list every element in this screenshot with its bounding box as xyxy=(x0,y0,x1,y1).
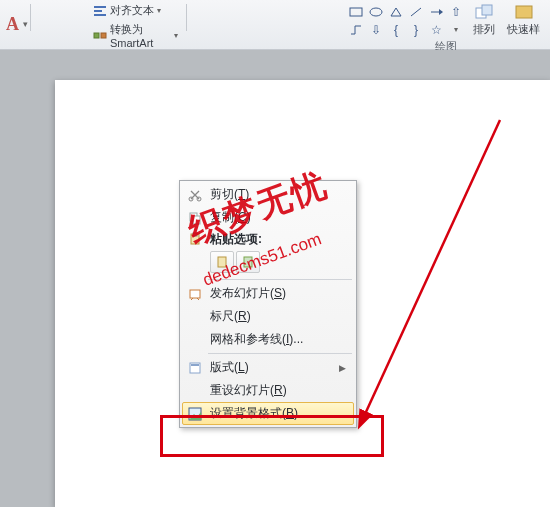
publish-icon xyxy=(184,285,206,303)
menu-copy-label: 复制(C) xyxy=(210,209,251,226)
quick-styles-button[interactable]: 快速样 xyxy=(503,2,544,39)
shape-star-icon[interactable]: ☆ xyxy=(427,22,445,38)
shape-brace-left-icon[interactable]: { xyxy=(387,22,405,38)
menu-reset-slide[interactable]: 重设幻灯片(R) xyxy=(182,379,354,402)
ruler-icon xyxy=(184,308,206,326)
submenu-arrow-icon: ▶ xyxy=(339,363,346,373)
paste-option-2[interactable] xyxy=(236,251,260,273)
align-text-button[interactable]: 对齐文本 ▾ xyxy=(91,2,180,19)
copy-icon xyxy=(184,209,206,227)
dropdown-icon[interactable]: ▾ xyxy=(23,19,28,29)
svg-rect-3 xyxy=(94,33,99,38)
arrange-label: 排列 xyxy=(473,22,495,37)
svg-point-6 xyxy=(370,8,382,16)
paste-option-1[interactable] xyxy=(210,251,234,273)
context-menu: 剪切(T) 复制(C) 粘贴选项: 发布幻灯片(S) 标尺(R) 网格和参考线(… xyxy=(179,180,357,428)
separator xyxy=(208,279,352,280)
align-text-label: 对齐文本 xyxy=(110,3,154,18)
quick-styles-label: 快速样 xyxy=(507,22,540,37)
menu-ruler-label: 标尺(R) xyxy=(210,308,251,325)
arrange-button[interactable]: 排列 xyxy=(469,2,499,39)
cut-icon xyxy=(184,186,206,204)
svg-rect-19 xyxy=(193,233,197,236)
menu-grid[interactable]: 网格和参考线(I)... xyxy=(182,328,354,351)
shapes-section: ⇧ ⇩ { } ☆ ▾ 排列 快速样 绘图 xyxy=(341,0,550,48)
spacer xyxy=(187,0,341,49)
layout-icon xyxy=(184,359,206,377)
shape-rect-icon[interactable] xyxy=(347,4,365,20)
svg-rect-5 xyxy=(350,8,362,16)
svg-rect-2 xyxy=(94,14,106,16)
convert-smartart-button[interactable]: 转换为 SmartArt ▾ xyxy=(91,21,180,50)
shape-line-icon[interactable] xyxy=(407,4,425,20)
svg-rect-24 xyxy=(191,364,199,366)
shape-arrow-up-icon[interactable]: ⇧ xyxy=(447,4,465,20)
shape-connector-icon[interactable] xyxy=(347,22,365,38)
svg-rect-13 xyxy=(516,6,532,18)
paste-options xyxy=(182,249,354,277)
svg-line-8 xyxy=(411,8,421,16)
paragraph-section: 对齐文本 ▾ 转换为 SmartArt ▾ 段落 xyxy=(31,0,186,48)
menu-format-background-label: 设置背景格式(B)... xyxy=(210,405,308,422)
shape-triangle-icon[interactable] xyxy=(387,4,405,20)
menu-publish-label: 发布幻灯片(S) xyxy=(210,285,286,302)
svg-rect-4 xyxy=(101,33,106,38)
shape-oval-icon[interactable] xyxy=(367,4,385,20)
quick-styles-icon xyxy=(514,4,534,22)
menu-cut-label: 剪切(T) xyxy=(210,186,249,203)
menu-copy[interactable]: 复制(C) xyxy=(182,206,354,229)
convert-smartart-label: 转换为 SmartArt xyxy=(110,22,171,49)
svg-rect-17 xyxy=(193,216,200,224)
menu-layout-label: 版式(L) xyxy=(210,359,249,376)
shape-brace-right-icon[interactable]: } xyxy=(407,22,425,38)
shape-arrow-icon[interactable] xyxy=(427,4,445,20)
menu-grid-label: 网格和参考线(I)... xyxy=(210,331,303,348)
svg-marker-10 xyxy=(439,9,443,15)
ribbon: A ▾ 对齐文本 ▾ 转换为 SmartArt ▾ 段落 xyxy=(0,0,550,50)
svg-rect-20 xyxy=(218,257,226,267)
svg-rect-21 xyxy=(244,257,252,267)
menu-format-background[interactable]: 设置背景格式(B)... xyxy=(182,402,354,425)
dropdown-icon: ▾ xyxy=(174,31,178,40)
menu-layout[interactable]: 版式(L) ▶ xyxy=(182,356,354,379)
align-text-icon xyxy=(93,4,107,18)
menu-paste-header: 粘贴选项: xyxy=(182,229,354,249)
format-background-icon xyxy=(184,405,206,423)
svg-rect-12 xyxy=(482,5,492,15)
shape-arrow-down-icon[interactable]: ⇩ xyxy=(367,22,385,38)
smartart-icon xyxy=(93,29,107,43)
menu-paste-label: 粘贴选项: xyxy=(210,231,262,248)
menu-cut[interactable]: 剪切(T) xyxy=(182,183,354,206)
paste-icon xyxy=(184,230,206,248)
svg-rect-22 xyxy=(190,290,200,298)
arrange-icon xyxy=(474,4,494,22)
menu-ruler[interactable]: 标尺(R) xyxy=(182,305,354,328)
shape-more-icon[interactable]: ▾ xyxy=(447,22,465,38)
separator xyxy=(208,353,352,354)
font-color-button[interactable]: A xyxy=(6,14,19,35)
font-group-label xyxy=(6,46,24,48)
svg-rect-0 xyxy=(94,6,106,8)
reset-icon xyxy=(184,382,206,400)
grid-icon xyxy=(184,331,206,349)
shapes-gallery[interactable]: ⇧ ⇩ { } ☆ ▾ xyxy=(347,4,465,38)
font-section: A ▾ xyxy=(0,0,30,48)
svg-rect-1 xyxy=(94,10,102,12)
dropdown-icon: ▾ xyxy=(157,6,161,15)
menu-reset-label: 重设幻灯片(R) xyxy=(210,382,287,399)
menu-publish-slides[interactable]: 发布幻灯片(S) xyxy=(182,282,354,305)
svg-marker-7 xyxy=(391,8,401,16)
